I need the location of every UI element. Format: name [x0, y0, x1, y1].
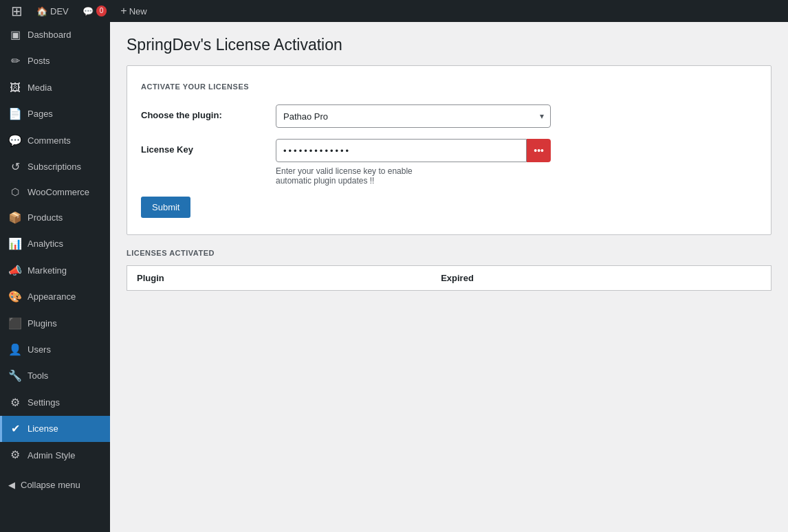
table-header-row: Plugin Expired: [127, 266, 771, 291]
license-key-row: License Key ••• Enter your valid license…: [141, 139, 757, 186]
users-icon: 👤: [8, 342, 22, 357]
collapse-icon: ◀: [8, 480, 15, 490]
sidebar-item-appearance[interactable]: 🎨 Appearance: [0, 284, 110, 310]
sidebar-item-dashboard[interactable]: ▣ Dashboard: [0, 22, 110, 48]
sidebar-label-settings: Settings: [28, 397, 60, 409]
posts-icon: ✏: [8, 54, 22, 69]
sidebar-item-comments[interactable]: 💬 Comments: [0, 128, 110, 154]
tools-icon: 🔧: [8, 368, 22, 384]
sidebar-item-posts[interactable]: ✏ Posts: [0, 48, 110, 74]
wp-icon: ⊞: [11, 3, 23, 19]
license-input-wrapper: •••: [276, 139, 551, 162]
comments-count: 0: [96, 5, 107, 16]
sidebar-item-marketing[interactable]: 📣 Marketing: [0, 258, 110, 284]
license-key-control: ••• Enter your valid license key to enab…: [276, 139, 757, 186]
submit-button[interactable]: Submit: [141, 197, 190, 218]
plugin-select[interactable]: Pathao Pro: [276, 104, 551, 128]
comments-nav-icon: 💬: [8, 133, 22, 148]
new-label: New: [129, 6, 147, 16]
appearance-icon: 🎨: [8, 289, 22, 304]
sidebar-label-woocommerce: WooCommerce: [28, 186, 89, 199]
plugins-icon: ⬛: [8, 316, 22, 331]
submit-row: Submit: [141, 197, 757, 218]
page-title: SpringDev's License Activation: [127, 36, 771, 54]
main-content: SpringDev's License Activation ACTIVATE …: [110, 22, 788, 532]
sidebar-item-products[interactable]: 📦 Products: [0, 205, 110, 231]
comments-link[interactable]: 💬 0: [77, 0, 113, 22]
plugin-label: Choose the plugin:: [141, 104, 265, 120]
sidebar-label-products: Products: [28, 212, 63, 224]
sidebar-item-admin-style[interactable]: ⚙ Admin Style: [0, 442, 110, 468]
home-icon: 🏠: [36, 6, 47, 16]
license-key-label: License Key: [141, 139, 265, 155]
sidebar-label-plugins: Plugins: [28, 318, 57, 330]
woocommerce-icon: ⬡: [8, 186, 22, 199]
sidebar-item-plugins[interactable]: ⬛ Plugins: [0, 311, 110, 337]
dots-icon: •••: [534, 145, 544, 156]
sidebar: ▣ Dashboard ✏ Posts 🖼 Media 📄 Pages 💬 Co…: [0, 22, 110, 532]
site-name-link[interactable]: 🏠 DEV: [31, 0, 74, 22]
main-layout: ▣ Dashboard ✏ Posts 🖼 Media 📄 Pages 💬 Co…: [0, 22, 788, 532]
sidebar-label-dashboard: Dashboard: [28, 29, 72, 41]
collapse-label: Collapse menu: [21, 480, 80, 490]
subscriptions-icon: ↺: [8, 159, 22, 175]
plugin-dropdown-wrapper: Pathao Pro ▾: [276, 104, 551, 128]
marketing-icon: 📣: [8, 263, 22, 278]
licenses-table: Plugin Expired: [127, 265, 771, 291]
admin-style-icon: ⚙: [8, 447, 22, 463]
sidebar-item-pages[interactable]: 📄 Pages: [0, 101, 110, 127]
products-icon: 📦: [8, 210, 22, 225]
sidebar-item-tools[interactable]: 🔧 Tools: [0, 363, 110, 389]
wp-logo[interactable]: ⊞: [6, 0, 28, 22]
sidebar-label-marketing: Marketing: [28, 265, 67, 277]
sidebar-item-woocommerce[interactable]: ⬡ WooCommerce: [0, 180, 110, 205]
activate-heading: ACTIVATE YOUR LICENSES: [141, 82, 757, 91]
sidebar-label-users: Users: [28, 344, 51, 356]
comment-icon: 💬: [83, 6, 94, 16]
sidebar-item-analytics[interactable]: 📊 Analytics: [0, 231, 110, 257]
sidebar-label-license: License: [28, 423, 58, 435]
sidebar-item-users[interactable]: 👤 Users: [0, 337, 110, 363]
licenses-section: LICENSES ACTIVATED Plugin Expired: [127, 249, 771, 291]
sidebar-label-media: Media: [28, 82, 52, 94]
sidebar-label-analytics: Analytics: [28, 238, 63, 250]
sidebar-item-media[interactable]: 🖼 Media: [0, 75, 110, 101]
sidebar-label-tools: Tools: [28, 370, 48, 382]
license-toggle-button[interactable]: •••: [527, 139, 551, 162]
sidebar-item-license[interactable]: ✔ License: [0, 416, 110, 442]
pages-icon: 📄: [8, 107, 22, 122]
new-button[interactable]: + New: [115, 0, 152, 22]
activate-card: ACTIVATE YOUR LICENSES Choose the plugin…: [127, 65, 771, 235]
licenses-heading: LICENSES ACTIVATED: [127, 249, 771, 257]
active-indicator: [0, 416, 2, 442]
col-expired: Expired: [431, 266, 771, 291]
sidebar-label-appearance: Appearance: [28, 291, 76, 303]
sidebar-label-subscriptions: Subscriptions: [28, 161, 81, 173]
site-name: DEV: [50, 6, 69, 16]
sidebar-label-admin-style: Admin Style: [28, 450, 75, 462]
media-icon: 🖼: [8, 80, 22, 96]
license-icon: ✔: [8, 421, 22, 436]
sidebar-label-comments: Comments: [28, 135, 71, 147]
settings-icon: ⚙: [8, 395, 22, 410]
license-key-input[interactable]: [276, 139, 527, 162]
dashboard-icon: ▣: [8, 27, 22, 43]
sidebar-item-settings[interactable]: ⚙ Settings: [0, 390, 110, 416]
col-plugin: Plugin: [127, 266, 432, 291]
plugin-select-wrapper: Pathao Pro ▾: [276, 104, 757, 128]
sidebar-item-subscriptions[interactable]: ↺ Subscriptions: [0, 154, 110, 180]
topbar: ⊞ 🏠 DEV 💬 0 + New: [0, 0, 788, 22]
sidebar-label-pages: Pages: [28, 108, 53, 120]
plugin-row: Choose the plugin: Pathao Pro ▾: [141, 104, 757, 128]
collapse-menu-button[interactable]: ◀ Collapse menu: [0, 474, 110, 496]
analytics-icon: 📊: [8, 236, 22, 252]
plus-icon: +: [120, 5, 127, 17]
license-hint: Enter your valid license key to enable a…: [276, 166, 757, 186]
sidebar-label-posts: Posts: [28, 55, 50, 67]
